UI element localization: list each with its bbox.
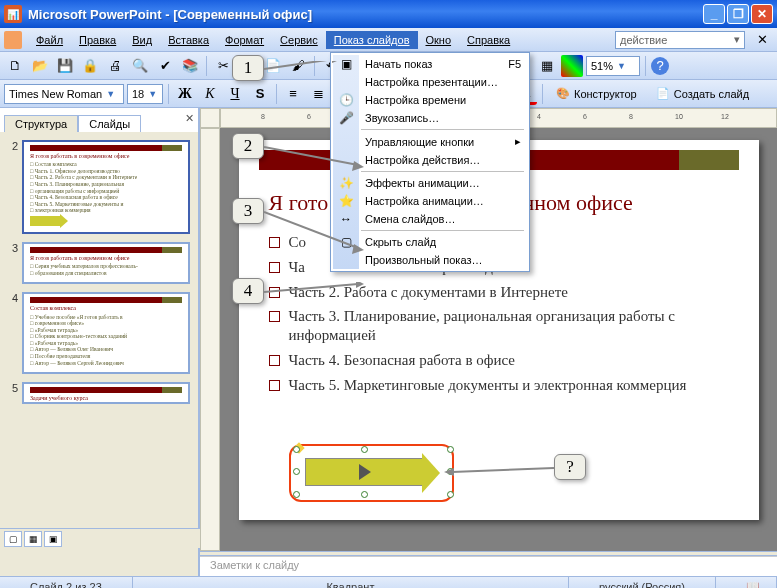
slide-body-item[interactable]: Часть 5. Маркетинговые документы и элект…: [259, 373, 739, 398]
clock-icon: 🕒: [337, 93, 355, 107]
window-title: Microsoft PowerPoint - [Современный офис…: [28, 7, 703, 22]
callout-3: 3: [232, 198, 264, 224]
save-icon[interactable]: 💾: [54, 55, 76, 77]
shadow-button[interactable]: S: [249, 83, 271, 105]
svg-line-4: [264, 212, 358, 248]
menu-insert[interactable]: Вставка: [160, 31, 217, 49]
designer-button[interactable]: 🎨Конструктор: [548, 83, 645, 105]
menu-item-start-show[interactable]: ▣ Начать показF5: [333, 55, 527, 73]
help-icon[interactable]: ?: [651, 57, 669, 75]
help-search-input[interactable]: действие▾: [615, 31, 745, 49]
svg-line-0: [264, 61, 334, 69]
new-slide-button[interactable]: 📄Создать слайд: [648, 83, 757, 105]
italic-button[interactable]: К: [199, 83, 221, 105]
maximize-button[interactable]: ❐: [727, 4, 749, 24]
menu-format[interactable]: Формат: [217, 31, 272, 49]
bold-button[interactable]: Ж: [174, 83, 196, 105]
svg-line-6: [264, 284, 358, 292]
svg-marker-5: [352, 244, 364, 254]
new-doc-icon[interactable]: 🗋: [4, 55, 26, 77]
font-size-combo[interactable]: 18▼: [127, 84, 163, 104]
doc-control-icon[interactable]: [4, 31, 22, 49]
resize-handle[interactable]: [447, 446, 454, 453]
mdi-close-button[interactable]: ✕: [751, 29, 773, 51]
status-slide-number: Слайд 2 из 23: [0, 577, 133, 588]
new-slide-icon: 📄: [656, 87, 670, 100]
spelling-icon[interactable]: ✔: [154, 55, 176, 77]
thumb-number: 4: [4, 292, 18, 374]
status-language[interactable]: русский (Россия): [569, 577, 716, 588]
menu-edit[interactable]: Правка: [71, 31, 124, 49]
menu-help[interactable]: Справка: [459, 31, 518, 49]
svg-marker-9: [444, 468, 454, 476]
menu-view[interactable]: Вид: [124, 31, 160, 49]
menu-tools[interactable]: Сервис: [272, 31, 326, 49]
close-button[interactable]: ✕: [751, 4, 773, 24]
designer-icon: 🎨: [556, 87, 570, 100]
sorter-view-button[interactable]: ▦: [24, 531, 42, 547]
preview-icon[interactable]: 🔍: [129, 55, 151, 77]
slide-body-item[interactable]: Часть 4. Безопасная работа в офисе: [259, 348, 739, 373]
print-icon[interactable]: 🖨: [104, 55, 126, 77]
resize-handle[interactable]: [447, 491, 454, 498]
open-icon[interactable]: 📂: [29, 55, 51, 77]
align-center-icon[interactable]: ≣: [307, 83, 329, 105]
menu-item-animation-schemes[interactable]: ✨ Эффекты анимации…: [333, 174, 527, 192]
font-name-combo[interactable]: Times New Roman▼: [4, 84, 124, 104]
sparkle-icon: ✨: [337, 176, 355, 190]
slideshow-view-button[interactable]: ▣: [44, 531, 62, 547]
callout-1: 1: [232, 55, 264, 81]
svg-line-8: [452, 468, 554, 472]
pane-close-button[interactable]: ✕: [185, 112, 194, 125]
menu-slideshow[interactable]: Показ слайдов: [326, 31, 418, 49]
status-spell-icon: 📖: [716, 577, 777, 588]
status-bar: Слайд 2 из 23 Квадрант русский (Россия) …: [0, 576, 777, 588]
thumb-number: 2: [4, 140, 18, 234]
slide-thumbnail[interactable]: 4 Состав комплекса □ Учебное пособие «Я …: [0, 288, 198, 378]
cut-icon[interactable]: ✂: [212, 55, 234, 77]
resize-handle[interactable]: [293, 446, 300, 453]
menu-item-rehearse-timings[interactable]: 🕒 Настройка времени: [333, 91, 527, 109]
research-icon[interactable]: 📚: [179, 55, 201, 77]
callout-4: 4: [232, 278, 264, 304]
app-icon: 📊: [4, 5, 22, 23]
permission-icon[interactable]: 🔒: [79, 55, 101, 77]
action-button-shape[interactable]: [299, 452, 444, 494]
vertical-ruler: [200, 128, 220, 551]
resize-handle[interactable]: [293, 491, 300, 498]
grid-icon[interactable]: ▦: [536, 55, 558, 77]
view-buttons: ▢ ▦ ▣: [0, 528, 200, 548]
resize-handle[interactable]: [293, 468, 300, 475]
underline-button[interactable]: Ч: [224, 83, 246, 105]
menu-file[interactable]: Файл: [28, 31, 71, 49]
minimize-button[interactable]: _: [703, 4, 725, 24]
ruler-corner: [200, 108, 220, 128]
zoom-combo[interactable]: 51%▼: [586, 56, 640, 76]
svg-marker-3: [352, 161, 364, 171]
slide-thumbnail[interactable]: 5 Задачи учебного курса: [0, 378, 198, 408]
slides-pane: Структура Слайды ✕ 2 Я готов работать в …: [0, 108, 200, 576]
menu-window[interactable]: Окно: [418, 31, 460, 49]
slide-body-item[interactable]: Часть 3. Планирование, рациональная орга…: [259, 304, 739, 348]
menu-bar: Файл Правка Вид Вставка Формат Сервис По…: [0, 28, 777, 52]
forward-arrow-icon: [305, 458, 425, 486]
thumb-number: 5: [4, 382, 18, 404]
menu-item-record-narration[interactable]: 🎤 Звукозапись…: [333, 109, 527, 127]
tab-slides[interactable]: Слайды: [78, 115, 141, 132]
star-icon: ⭐: [337, 194, 355, 208]
svg-marker-1: [332, 61, 342, 63]
tab-outline[interactable]: Структура: [4, 115, 78, 132]
status-layout: Квадрант: [133, 577, 569, 588]
resize-handle[interactable]: [361, 491, 368, 498]
slide-thumbnail[interactable]: 3 Я готов работать в современном офисе □…: [0, 238, 198, 288]
color-grayscale-icon[interactable]: [561, 55, 583, 77]
thumb-number: 3: [4, 242, 18, 284]
notes-pane[interactable]: Заметки к слайду: [200, 556, 777, 576]
normal-view-button[interactable]: ▢: [4, 531, 22, 547]
menu-item-setup-show[interactable]: Настройка презентации…: [333, 73, 527, 91]
slide-thumbnail[interactable]: 2 Я готов работать в современном офисе □…: [0, 136, 198, 238]
resize-handle[interactable]: [361, 446, 368, 453]
callout-question: ?: [554, 454, 586, 480]
align-left-icon[interactable]: ≡: [282, 83, 304, 105]
svg-line-2: [264, 147, 358, 165]
